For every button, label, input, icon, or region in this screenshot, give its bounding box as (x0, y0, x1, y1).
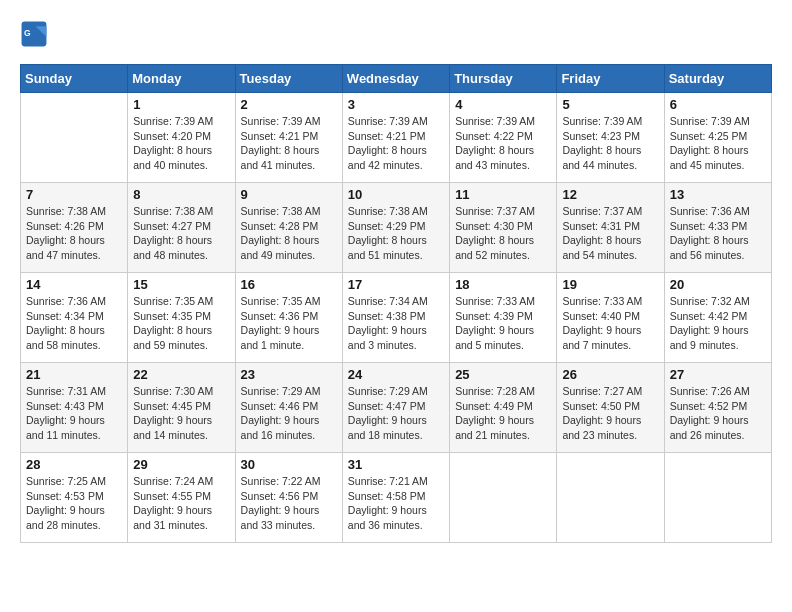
day-info: Sunrise: 7:35 AM Sunset: 4:36 PM Dayligh… (241, 294, 337, 353)
sunrise-text: Sunrise: 7:36 AM (26, 294, 122, 309)
calendar-cell: 30 Sunrise: 7:22 AM Sunset: 4:56 PM Dayl… (235, 453, 342, 543)
calendar-cell: 13 Sunrise: 7:36 AM Sunset: 4:33 PM Dayl… (664, 183, 771, 273)
sunset-text: Sunset: 4:26 PM (26, 219, 122, 234)
sunrise-text: Sunrise: 7:29 AM (348, 384, 444, 399)
sunrise-text: Sunrise: 7:26 AM (670, 384, 766, 399)
day-number: 19 (562, 277, 658, 292)
sunset-text: Sunset: 4:28 PM (241, 219, 337, 234)
day-info: Sunrise: 7:35 AM Sunset: 4:35 PM Dayligh… (133, 294, 229, 353)
day-info: Sunrise: 7:37 AM Sunset: 4:31 PM Dayligh… (562, 204, 658, 263)
calendar-cell: 3 Sunrise: 7:39 AM Sunset: 4:21 PM Dayli… (342, 93, 449, 183)
day-info: Sunrise: 7:36 AM Sunset: 4:33 PM Dayligh… (670, 204, 766, 263)
daylight-text: Daylight: 9 hours and 9 minutes. (670, 323, 766, 352)
sunrise-text: Sunrise: 7:32 AM (670, 294, 766, 309)
daylight-text: Daylight: 8 hours and 42 minutes. (348, 143, 444, 172)
sunset-text: Sunset: 4:55 PM (133, 489, 229, 504)
day-number: 13 (670, 187, 766, 202)
day-info: Sunrise: 7:38 AM Sunset: 4:27 PM Dayligh… (133, 204, 229, 263)
daylight-text: Daylight: 8 hours and 49 minutes. (241, 233, 337, 262)
day-number: 14 (26, 277, 122, 292)
day-number: 6 (670, 97, 766, 112)
sunset-text: Sunset: 4:45 PM (133, 399, 229, 414)
daylight-text: Daylight: 9 hours and 11 minutes. (26, 413, 122, 442)
daylight-text: Daylight: 8 hours and 41 minutes. (241, 143, 337, 172)
calendar-cell: 18 Sunrise: 7:33 AM Sunset: 4:39 PM Dayl… (450, 273, 557, 363)
daylight-text: Daylight: 9 hours and 36 minutes. (348, 503, 444, 532)
day-number: 23 (241, 367, 337, 382)
calendar-cell (557, 453, 664, 543)
calendar-table: SundayMondayTuesdayWednesdayThursdayFrid… (20, 64, 772, 543)
sunset-text: Sunset: 4:36 PM (241, 309, 337, 324)
daylight-text: Daylight: 9 hours and 31 minutes. (133, 503, 229, 532)
weekday-header: Thursday (450, 65, 557, 93)
sunrise-text: Sunrise: 7:38 AM (348, 204, 444, 219)
daylight-text: Daylight: 9 hours and 23 minutes. (562, 413, 658, 442)
daylight-text: Daylight: 9 hours and 26 minutes. (670, 413, 766, 442)
daylight-text: Daylight: 8 hours and 56 minutes. (670, 233, 766, 262)
sunrise-text: Sunrise: 7:21 AM (348, 474, 444, 489)
daylight-text: Daylight: 8 hours and 59 minutes. (133, 323, 229, 352)
day-number: 29 (133, 457, 229, 472)
weekday-header: Saturday (664, 65, 771, 93)
calendar-cell: 6 Sunrise: 7:39 AM Sunset: 4:25 PM Dayli… (664, 93, 771, 183)
daylight-text: Daylight: 8 hours and 48 minutes. (133, 233, 229, 262)
sunset-text: Sunset: 4:38 PM (348, 309, 444, 324)
day-info: Sunrise: 7:39 AM Sunset: 4:21 PM Dayligh… (241, 114, 337, 173)
calendar-cell: 23 Sunrise: 7:29 AM Sunset: 4:46 PM Dayl… (235, 363, 342, 453)
sunset-text: Sunset: 4:27 PM (133, 219, 229, 234)
sunrise-text: Sunrise: 7:25 AM (26, 474, 122, 489)
sunrise-text: Sunrise: 7:38 AM (133, 204, 229, 219)
calendar-cell: 12 Sunrise: 7:37 AM Sunset: 4:31 PM Dayl… (557, 183, 664, 273)
svg-text:G: G (24, 28, 31, 38)
day-number: 7 (26, 187, 122, 202)
calendar-cell: 2 Sunrise: 7:39 AM Sunset: 4:21 PM Dayli… (235, 93, 342, 183)
day-number: 12 (562, 187, 658, 202)
sunrise-text: Sunrise: 7:29 AM (241, 384, 337, 399)
sunset-text: Sunset: 4:21 PM (241, 129, 337, 144)
calendar-cell: 19 Sunrise: 7:33 AM Sunset: 4:40 PM Dayl… (557, 273, 664, 363)
daylight-text: Daylight: 9 hours and 7 minutes. (562, 323, 658, 352)
weekday-header: Tuesday (235, 65, 342, 93)
day-number: 17 (348, 277, 444, 292)
daylight-text: Daylight: 9 hours and 18 minutes. (348, 413, 444, 442)
day-number: 31 (348, 457, 444, 472)
sunrise-text: Sunrise: 7:39 AM (562, 114, 658, 129)
daylight-text: Daylight: 9 hours and 1 minute. (241, 323, 337, 352)
sunset-text: Sunset: 4:56 PM (241, 489, 337, 504)
day-number: 24 (348, 367, 444, 382)
calendar-cell: 5 Sunrise: 7:39 AM Sunset: 4:23 PM Dayli… (557, 93, 664, 183)
sunrise-text: Sunrise: 7:37 AM (562, 204, 658, 219)
day-info: Sunrise: 7:37 AM Sunset: 4:30 PM Dayligh… (455, 204, 551, 263)
calendar-header-row: SundayMondayTuesdayWednesdayThursdayFrid… (21, 65, 772, 93)
daylight-text: Daylight: 8 hours and 51 minutes. (348, 233, 444, 262)
calendar-week-row: 28 Sunrise: 7:25 AM Sunset: 4:53 PM Dayl… (21, 453, 772, 543)
calendar-cell: 22 Sunrise: 7:30 AM Sunset: 4:45 PM Dayl… (128, 363, 235, 453)
calendar-cell: 10 Sunrise: 7:38 AM Sunset: 4:29 PM Dayl… (342, 183, 449, 273)
calendar-cell: 4 Sunrise: 7:39 AM Sunset: 4:22 PM Dayli… (450, 93, 557, 183)
day-number: 2 (241, 97, 337, 112)
logo: G (20, 20, 52, 48)
calendar-cell: 8 Sunrise: 7:38 AM Sunset: 4:27 PM Dayli… (128, 183, 235, 273)
daylight-text: Daylight: 9 hours and 14 minutes. (133, 413, 229, 442)
sunset-text: Sunset: 4:30 PM (455, 219, 551, 234)
sunrise-text: Sunrise: 7:28 AM (455, 384, 551, 399)
logo-icon: G (20, 20, 48, 48)
day-info: Sunrise: 7:36 AM Sunset: 4:34 PM Dayligh… (26, 294, 122, 353)
day-info: Sunrise: 7:32 AM Sunset: 4:42 PM Dayligh… (670, 294, 766, 353)
sunset-text: Sunset: 4:35 PM (133, 309, 229, 324)
calendar-week-row: 14 Sunrise: 7:36 AM Sunset: 4:34 PM Dayl… (21, 273, 772, 363)
sunset-text: Sunset: 4:25 PM (670, 129, 766, 144)
calendar-cell: 7 Sunrise: 7:38 AM Sunset: 4:26 PM Dayli… (21, 183, 128, 273)
sunset-text: Sunset: 4:43 PM (26, 399, 122, 414)
day-number: 3 (348, 97, 444, 112)
day-info: Sunrise: 7:25 AM Sunset: 4:53 PM Dayligh… (26, 474, 122, 533)
weekday-header: Wednesday (342, 65, 449, 93)
weekday-header: Monday (128, 65, 235, 93)
sunrise-text: Sunrise: 7:38 AM (26, 204, 122, 219)
day-info: Sunrise: 7:29 AM Sunset: 4:47 PM Dayligh… (348, 384, 444, 443)
calendar-cell: 14 Sunrise: 7:36 AM Sunset: 4:34 PM Dayl… (21, 273, 128, 363)
sunrise-text: Sunrise: 7:39 AM (348, 114, 444, 129)
sunrise-text: Sunrise: 7:36 AM (670, 204, 766, 219)
daylight-text: Daylight: 8 hours and 58 minutes. (26, 323, 122, 352)
calendar-cell: 1 Sunrise: 7:39 AM Sunset: 4:20 PM Dayli… (128, 93, 235, 183)
